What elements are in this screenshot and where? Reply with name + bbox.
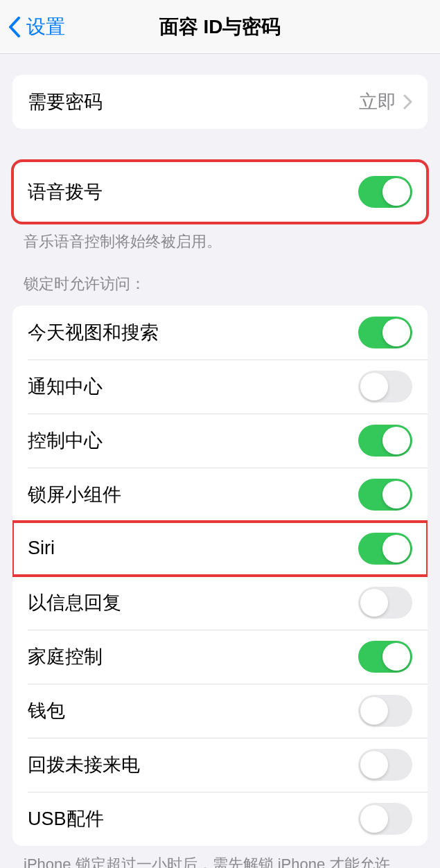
lock-access-row: 家庭控制 (12, 630, 428, 684)
lock-access-toggle[interactable] (358, 317, 412, 348)
lock-access-toggle[interactable] (358, 587, 412, 619)
lock-access-footer: iPhone 锁定超过一小时后，需先解锁 iPhone 才能允许 USB 配件连… (0, 846, 440, 868)
require-passcode-value: 立即 (359, 89, 396, 114)
lock-access-toggle[interactable] (358, 641, 412, 673)
lock-access-row: USB配件 (12, 792, 428, 846)
back-label: 设置 (26, 14, 65, 40)
voice-dial-group: 语音拨号 (12, 161, 428, 223)
lock-access-row: 钱包 (12, 684, 428, 738)
voice-dial-footer: 音乐语音控制将始终被启用。 (0, 223, 440, 253)
lock-access-row: 以信息回复 (12, 576, 428, 630)
lock-access-header: 锁定时允许访问： (0, 253, 440, 301)
lock-access-row: 控制中心 (12, 414, 428, 468)
page-title: 面容 ID与密码 (159, 14, 281, 40)
lock-access-toggle[interactable] (358, 803, 412, 835)
voice-dial-label: 语音拨号 (28, 179, 103, 204)
lock-access-row: 回拨未接来电 (12, 738, 428, 792)
chevron-right-icon (403, 94, 412, 109)
lock-access-toggle[interactable] (358, 479, 412, 511)
voice-dial-row: 语音拨号 (12, 161, 428, 223)
lock-access-toggle[interactable] (358, 425, 412, 457)
back-button[interactable]: 设置 (0, 14, 65, 40)
navigation-bar: 设置 面容 ID与密码 (0, 0, 440, 54)
lock-access-toggle[interactable] (358, 695, 412, 727)
lock-access-label: Siri (28, 538, 55, 559)
lock-access-label: 通知中心 (28, 374, 103, 399)
lock-access-label: 回拨未接来电 (28, 752, 140, 777)
lock-access-row: 今天视图和搜索 (12, 305, 428, 360)
lock-access-row: Siri (12, 522, 428, 576)
voice-dial-toggle[interactable] (358, 176, 412, 208)
lock-access-label: 锁屏小组件 (28, 482, 121, 507)
lock-access-group: 今天视图和搜索通知中心控制中心锁屏小组件Siri以信息回复家庭控制钱包回拨未接来… (12, 305, 428, 846)
lock-access-toggle[interactable] (358, 371, 412, 402)
back-chevron-icon (8, 17, 21, 37)
lock-access-toggle[interactable] (358, 749, 412, 781)
lock-access-label: 控制中心 (28, 428, 103, 453)
require-passcode-row[interactable]: 需要密码 立即 (12, 75, 428, 129)
lock-access-label: USB配件 (28, 806, 104, 831)
lock-access-label: 今天视图和搜索 (28, 320, 159, 345)
lock-access-label: 以信息回复 (28, 590, 121, 615)
lock-access-row: 通知中心 (12, 360, 428, 414)
lock-access-label: 钱包 (28, 698, 65, 723)
lock-access-row: 锁屏小组件 (12, 468, 428, 522)
lock-access-toggle[interactable] (358, 533, 412, 565)
require-passcode-label: 需要密码 (28, 89, 103, 114)
require-passcode-group: 需要密码 立即 (12, 75, 428, 129)
lock-access-label: 家庭控制 (28, 644, 103, 669)
